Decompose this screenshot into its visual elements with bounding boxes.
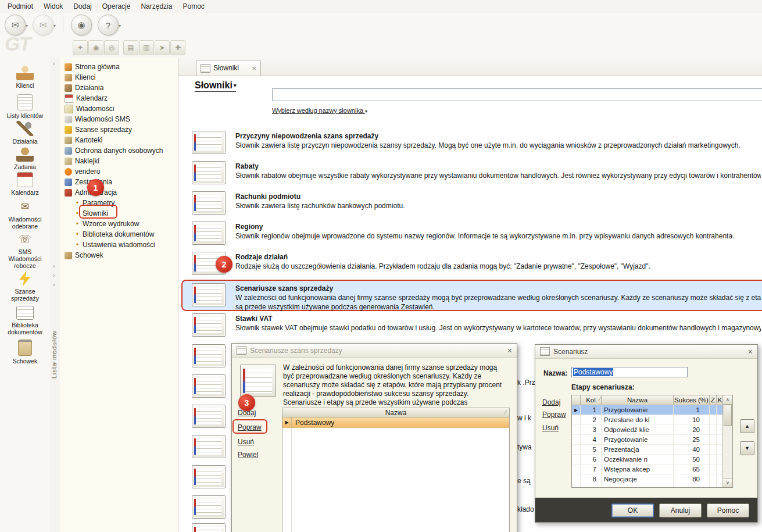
stage-row[interactable]: 4 Przygotowanie 25 — [572, 435, 732, 445]
module-biblioteka[interactable]: Biblioteka dokumentów — [0, 306, 50, 335]
tree-item-naklejki[interactable]: Naklejki — [60, 156, 178, 166]
tree-item-kartoteki[interactable]: Kartoteki — [60, 135, 178, 145]
module-sms-robocze[interactable]: ☏ SMS Wiadomości robocze — [0, 231, 50, 269]
module-schowek[interactable]: Schowek — [0, 340, 50, 365]
tree-item-wiadomosci[interactable]: Wiadomości — [60, 103, 178, 114]
tree-item-strona-glowna[interactable]: Strona główna — [60, 62, 178, 72]
help-dropdown-icon[interactable]: ▾ — [119, 23, 121, 28]
stage-row[interactable]: 7 Wstępna akcep 65 — [572, 465, 732, 474]
chevron-icon[interactable]: › — [53, 60, 55, 67]
stages-table-header[interactable]: Kol∕ Nazwa Sukces (%) Z K — [572, 395, 732, 405]
dictionary-icon[interactable] — [192, 405, 226, 428]
tree-item-zestawienia[interactable]: Zestawienia — [60, 177, 178, 187]
scenario-row-podstawowy[interactable]: ▶ Podstawowy — [282, 417, 510, 428]
tree-item-schowek[interactable]: Schowek — [60, 250, 178, 260]
menu-narzedzia[interactable]: Narzędzia — [135, 1, 177, 12]
stage-row[interactable]: 8 Negocjacje 80 — [572, 474, 732, 484]
chevron-icon[interactable]: › — [53, 272, 55, 279]
tree-item-parametry[interactable]: • Parametry — [60, 198, 178, 208]
menu-podmiot[interactable]: Podmiot — [2, 1, 38, 12]
scrollbar-thumb[interactable] — [724, 405, 732, 426]
dict-entry-rachunki[interactable]: Rachunki podmiotu Słownik zawiera listę … — [192, 191, 761, 222]
usun-button[interactable]: Usuń — [542, 424, 559, 432]
module-zadania[interactable]: Zadania — [0, 147, 50, 170]
tree-item-biblioteka-dokumentow[interactable]: • Biblioteka dokumentów — [60, 229, 178, 240]
scenario-table-empty-area[interactable] — [282, 428, 510, 532]
scroll-down-icon[interactable]: ∨ — [723, 478, 732, 487]
module-wiadomosci-odebrane[interactable]: ✉ Wiadomości odebrane — [0, 199, 50, 230]
dictionary-search-input[interactable] — [272, 88, 762, 101]
menu-dodaj[interactable]: Dodaj — [68, 1, 96, 12]
close-icon[interactable]: × — [748, 347, 753, 356]
stage-row[interactable]: ▶ 1 Przygotowanie 1 — [572, 405, 732, 415]
tab-slowniki[interactable]: Słowniki × — [196, 60, 261, 76]
column-sukces[interactable]: Sukces (%) — [674, 395, 710, 405]
name-input[interactable]: Podstawowy — [571, 367, 688, 377]
tree-item-administracja[interactable]: Administracja — [60, 187, 178, 198]
tree-item-ochrona-danych[interactable]: Ochrona danych osobowych — [60, 145, 178, 156]
move-stage-up-button[interactable]: ▲ — [740, 419, 754, 433]
pomoc-button[interactable]: Pomoc — [707, 504, 749, 517]
scroll-up-icon[interactable]: ∧ — [723, 395, 732, 405]
send-dropdown-icon[interactable]: ▾ — [26, 23, 28, 28]
powiel-button[interactable]: Powiel — [238, 451, 258, 459]
module-listy-klientow[interactable]: Listy klientów — [0, 94, 50, 119]
stamp-small-icon[interactable]: ✦ — [73, 40, 88, 55]
popraw-button[interactable]: Popraw — [238, 423, 262, 431]
add-client-small-icon[interactable]: ◎ — [104, 40, 119, 55]
tree-item-slowniki[interactable]: • Słowniki — [60, 208, 178, 219]
tree-item-wiadomosci-sms[interactable]: Wiadomości SMS — [60, 114, 178, 124]
dictionary-icon[interactable] — [192, 523, 226, 532]
stage-row[interactable]: 3 Odpowiedź klie 20 — [572, 425, 732, 435]
dict-entry-scenariusze[interactable]: Scenariusze szans sprzedaży W zależności… — [192, 283, 761, 313]
chevron-icon[interactable]: › — [53, 263, 55, 269]
column-kol[interactable]: Kol∕ — [581, 395, 602, 405]
dictionary-icon[interactable] — [192, 344, 226, 367]
table-scrollbar[interactable]: ∧ ∨ — [722, 395, 732, 487]
dodaj-button[interactable]: Dodaj — [542, 398, 560, 406]
dict-entry-regiony[interactable]: Regiony Słownik regionów obejmuje wprowa… — [192, 222, 761, 252]
attach-small-icon[interactable]: ✚ — [170, 40, 185, 55]
page-title[interactable]: Słowniki▾ — [195, 80, 236, 92]
stamp-button[interactable]: ◉ — [71, 15, 92, 35]
column-z[interactable]: Z — [710, 395, 717, 405]
tab-close-icon[interactable]: × — [252, 64, 256, 73]
dict-entry-przyczyny[interactable]: Przyczyny niepowodzenia szans sprzedaży … — [192, 131, 761, 161]
module-szanse-sprzedazy[interactable]: Szanse sprzedaży — [0, 271, 50, 302]
tree-item-kalendarz[interactable]: Kalendarz — [60, 93, 178, 103]
dictionary-icon[interactable] — [192, 465, 226, 488]
task-small-icon[interactable]: ▥ — [139, 40, 154, 55]
usun-button[interactable]: Usuń — [238, 438, 254, 446]
dictionary-icon[interactable] — [192, 374, 226, 398]
stage-row[interactable]: 5 Prezentacja 40 — [572, 445, 732, 455]
filter-by-name-link[interactable]: Wybierz według nazwy słownika ▾ — [272, 107, 367, 114]
dialog-titlebar[interactable]: Scenariusz × — [535, 345, 757, 359]
move-stage-down-button[interactable]: ▼ — [740, 441, 754, 455]
module-kalendarz[interactable]: Kalendarz — [0, 172, 50, 196]
tree-item-vendero[interactable]: vendero — [60, 166, 178, 177]
new-mail-button[interactable]: ✉ — [33, 15, 53, 35]
tree-item-klienci[interactable]: Klienci — [60, 72, 178, 83]
ok-button[interactable]: OK — [611, 504, 654, 517]
link-small-icon[interactable]: ➤ — [155, 40, 170, 55]
column-nazwa[interactable]: Nazwa — [602, 395, 674, 405]
menu-pomoc[interactable]: Pomoc — [177, 1, 209, 12]
stage-row[interactable]: 6 Oczekiwanie n 50 — [572, 455, 732, 465]
dict-entry-stawki-vat[interactable]: Stawki VAT Słownik stawek VAT obejmuje s… — [192, 313, 761, 344]
action-small-icon[interactable]: ▤ — [123, 40, 138, 55]
anuluj-button[interactable]: Anuluj — [659, 504, 702, 517]
dictionary-icon[interactable] — [192, 435, 226, 458]
help-button[interactable]: ? — [98, 15, 119, 35]
client-small-icon[interactable]: ◉ — [88, 40, 103, 55]
module-dzialania[interactable]: Działania — [0, 121, 50, 145]
stage-row[interactable]: 2 Przesłane do kl 10 — [572, 415, 732, 425]
chevron-icon[interactable]: › — [53, 281, 55, 288]
tree-item-ustawienia-wiadomosci[interactable]: • Ustawienia wiadomości — [60, 240, 178, 250]
menu-operacje[interactable]: Operacje — [97, 1, 136, 12]
tree-item-dzialania[interactable]: Działania — [60, 83, 178, 93]
tree-item-szanse-sprzedazy[interactable]: Szanse sprzedaży — [60, 124, 178, 135]
dialog-titlebar[interactable]: Scenariusze szans sprzedaży × — [232, 344, 517, 358]
popraw-button[interactable]: Popraw — [542, 410, 566, 419]
mail-dropdown-icon[interactable]: ▾ — [53, 23, 56, 28]
dict-entry-rabaty[interactable]: Rabaty Słownik rabatów obejmuje wszystki… — [192, 161, 761, 191]
